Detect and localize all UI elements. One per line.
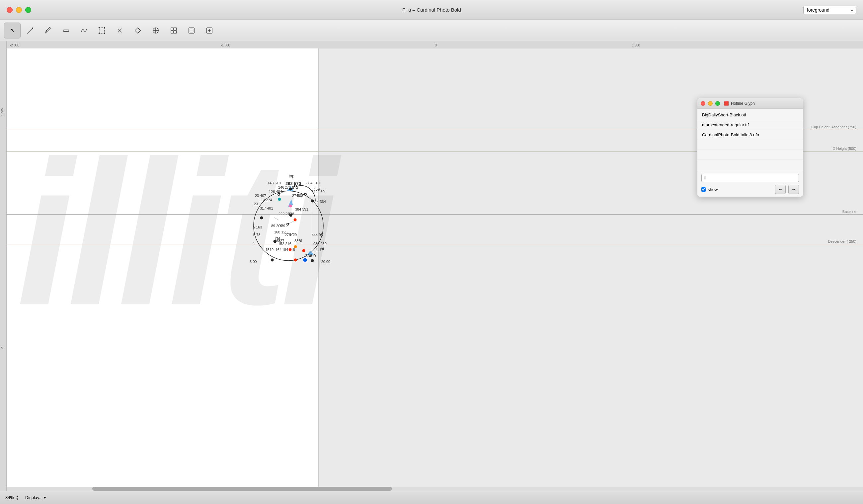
point-red-2[interactable] xyxy=(294,259,297,262)
scrollbar-thumb[interactable] xyxy=(92,487,392,491)
descender-guideline xyxy=(7,244,863,244)
point-top-1[interactable] xyxy=(289,188,292,191)
point-right-bottom[interactable] xyxy=(311,259,314,262)
hotline-title: 🟥 Hotline Glyph xyxy=(724,101,755,106)
select-tool[interactable]: ↖ xyxy=(4,23,21,38)
coord-384-510: 384 510 xyxy=(307,181,320,185)
component-tool[interactable] xyxy=(183,23,200,38)
x-height-label: X Height (500) xyxy=(833,146,856,151)
glyph-edit-area xyxy=(7,48,318,491)
display-button[interactable]: Display... ▾ xyxy=(25,495,47,500)
right-label: right xyxy=(316,247,324,251)
close-button[interactable] xyxy=(7,7,13,13)
svg-point-6 xyxy=(104,33,105,34)
coord-neg20-00: -20.00 xyxy=(320,260,330,263)
point-teal-1[interactable] xyxy=(278,198,281,201)
coord-408: 408 xyxy=(297,194,303,198)
point-orange-1[interactable] xyxy=(294,245,297,248)
hotline-min-button[interactable] xyxy=(708,101,713,106)
coord-146: 146 xyxy=(278,185,284,189)
zoom-control: 34% ▲ ▼ xyxy=(5,495,18,501)
svg-rect-11 xyxy=(171,27,173,30)
point-bottom[interactable] xyxy=(271,259,274,262)
svg-rect-2 xyxy=(99,27,105,33)
coord-143-510: 143 510 xyxy=(267,181,281,185)
compass-tool[interactable] xyxy=(147,23,164,38)
ruler-label-neg2000: -2 000 xyxy=(10,43,19,47)
hotline-max-button[interactable] xyxy=(715,101,720,106)
point-blue-1[interactable] xyxy=(303,258,307,262)
svg-point-0 xyxy=(32,27,33,29)
coord-5-163: 5 163 xyxy=(253,225,262,229)
point-red-3[interactable] xyxy=(302,249,305,252)
hotline-show-checkbox-label[interactable]: show xyxy=(701,187,772,192)
knife-tool[interactable] xyxy=(112,23,128,38)
coord-930-250: 930 250 xyxy=(313,242,327,246)
select-all-tool[interactable] xyxy=(93,23,110,38)
hotline-item-0[interactable]: BigDailyShort-Black.otf xyxy=(697,110,803,120)
svg-rect-16 xyxy=(190,29,193,32)
hotline-footer: show ← → xyxy=(697,171,803,197)
hotline-item-2[interactable]: CardinalPhoto-BoldItalic 8.ufo xyxy=(697,130,803,140)
scrollbar-horizontal[interactable] xyxy=(7,487,863,491)
hotline-titlebar: 🟥 Hotline Glyph xyxy=(697,98,803,109)
coord-444-98: 444 98 xyxy=(312,233,323,237)
baseline-label: Baseline xyxy=(842,209,856,214)
toolbar: ↖ xyxy=(0,20,863,41)
status-bar: 34% ▲ ▼ Display... ▾ xyxy=(0,491,863,504)
hotline-search-input[interactable] xyxy=(701,174,799,182)
hotline-item-empty-2 xyxy=(697,150,803,160)
ruler-label-1000: 1 000 xyxy=(631,43,640,47)
smooth-tool[interactable] xyxy=(76,23,92,38)
foreground-select[interactable]: foreground background mask xyxy=(803,5,856,14)
point-right-top[interactable] xyxy=(311,199,314,203)
coord-386-0: 386 0 xyxy=(305,253,316,258)
coord-5-73: 5 73 xyxy=(253,233,260,237)
anchor-tool[interactable] xyxy=(201,23,218,38)
hotline-icon: 🟥 xyxy=(724,101,729,106)
point-red-4[interactable] xyxy=(289,248,292,251)
window-controls xyxy=(7,7,31,13)
minimize-button[interactable] xyxy=(16,7,22,13)
coord-neg1519: -1519 xyxy=(264,248,274,252)
zoom-up-icon[interactable]: ▲ xyxy=(16,495,18,498)
measure-tool[interactable] xyxy=(58,23,74,38)
ruler-label-0: 0 xyxy=(435,43,437,47)
transform-tool[interactable] xyxy=(165,23,182,38)
hotline-item-1[interactable]: marsextended-regular.ttf xyxy=(697,120,803,130)
display-chevron-icon: ▾ xyxy=(44,495,46,500)
zoom-down-icon[interactable]: ▼ xyxy=(16,498,18,501)
handle-1[interactable] xyxy=(277,193,280,196)
hotline-close-button[interactable] xyxy=(701,101,705,106)
hotline-next-button[interactable]: → xyxy=(788,185,799,194)
point-pink-1[interactable] xyxy=(289,205,292,208)
shape-tool[interactable] xyxy=(129,23,146,38)
point-red-1[interactable] xyxy=(294,219,297,221)
eyedropper-tool[interactable] xyxy=(40,23,57,38)
doc-icon: 🗒 xyxy=(402,7,406,12)
coord-5-00: 5.00 xyxy=(250,260,257,263)
point-left-mid[interactable] xyxy=(260,217,263,220)
handle-3[interactable] xyxy=(304,193,307,196)
maximize-button[interactable] xyxy=(25,7,31,13)
point-bottom-left[interactable] xyxy=(274,240,276,243)
coord-23: 23 xyxy=(254,202,258,206)
svg-rect-15 xyxy=(189,27,195,33)
foreground-dropdown[interactable]: foreground background mask xyxy=(803,5,856,14)
hotline-prev-button[interactable]: ← xyxy=(775,185,786,194)
handle-4[interactable] xyxy=(286,223,289,225)
coord-23-407: 23 407 xyxy=(255,194,266,198)
coord-29: 29 xyxy=(293,233,297,237)
hotline-list: BigDailyShort-Black.otf marsextended-reg… xyxy=(697,109,803,171)
point-center-right[interactable] xyxy=(289,214,292,217)
zoom-stepper[interactable]: ▲ ▼ xyxy=(16,495,18,501)
hotline-show-checkbox[interactable] xyxy=(701,188,706,192)
coord-152-216: 152 216 xyxy=(278,242,291,246)
svg-marker-7 xyxy=(135,27,141,33)
top-label: top xyxy=(289,174,295,178)
ruler-vertical: 1 000 0 xyxy=(0,41,7,491)
zoom-value: 34% xyxy=(5,495,14,500)
pen-tool[interactable] xyxy=(22,23,38,38)
handle-2[interactable] xyxy=(294,185,297,188)
coord-444-459: 444 459 xyxy=(311,190,325,194)
